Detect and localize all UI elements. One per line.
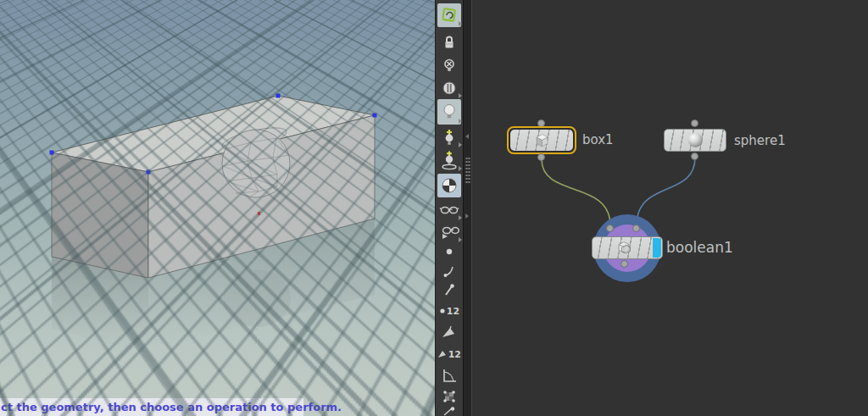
display-options-toolbar: 12 12: [435, 0, 463, 416]
scene-viewport[interactable]: ct the geometry, then choose an operatio…: [0, 0, 435, 416]
lighting-off-icon[interactable]: [437, 54, 461, 76]
hq-lighting-shadows-icon[interactable]: [437, 148, 461, 172]
origin-marker: [258, 212, 260, 215]
splitter-collapse-left-icon[interactable]: [465, 134, 469, 139]
boolean1-display-flag[interactable]: [653, 238, 661, 258]
sync-view-icon[interactable]: [437, 3, 461, 27]
wire-sphere1-to-boolean1[interactable]: [637, 158, 695, 225]
boolean1-input-connector-b[interactable]: [632, 225, 640, 232]
point-normals-icon[interactable]: [437, 262, 461, 280]
vertex-markers-icon[interactable]: [437, 281, 461, 300]
status-message-text: ct the geometry, then choose an operatio…: [0, 401, 342, 413]
sphere1-output-connector[interactable]: [691, 153, 698, 160]
pane-splitter[interactable]: [463, 0, 472, 416]
box1-label: box1: [582, 132, 614, 147]
boolean-geometry-render: [0, 0, 435, 416]
status-message-bar: ct the geometry, then choose an operatio…: [0, 398, 303, 416]
group-overlay-icon[interactable]: [437, 386, 461, 407]
boolean1-label: boolean1: [666, 239, 733, 256]
sphere-bulge: [222, 130, 290, 197]
network-editor[interactable]: box1 sphere1 boolean1: [472, 0, 868, 416]
origin-gnomon-icon[interactable]: [437, 407, 461, 416]
box1-output-connector[interactable]: [537, 153, 545, 161]
houdini-window: ct the geometry, then choose an operatio…: [0, 0, 868, 416]
normal-lighting-icon[interactable]: [437, 99, 461, 125]
boolean1-node[interactable]: [592, 236, 663, 259]
prim-normals-icon[interactable]: [437, 323, 461, 343]
ghost-other-objects-icon[interactable]: [437, 221, 461, 243]
point-numbers-icon[interactable]: 12: [437, 301, 461, 321]
box1-node[interactable]: [507, 126, 576, 154]
lock-camera-icon[interactable]: [437, 31, 461, 53]
boolean1-input-connector-a[interactable]: [606, 225, 614, 232]
boolean1-output-connector[interactable]: [620, 260, 628, 268]
sphere1-label: sphere1: [734, 133, 786, 148]
environment-map-icon[interactable]: [437, 174, 461, 197]
box-icon: [534, 132, 550, 148]
splitter-collapse-right-icon[interactable]: [465, 214, 469, 219]
splitter-grip[interactable]: [465, 157, 470, 184]
sphere-icon: [688, 133, 703, 147]
sphere1-input-connector[interactable]: [691, 119, 698, 127]
sphere1-node[interactable]: [664, 129, 726, 152]
boolean-icon: [615, 240, 633, 256]
curve-hulls-icon[interactable]: [437, 364, 461, 386]
headlight-only-icon[interactable]: [437, 77, 461, 99]
wire-box1-to-boolean1[interactable]: [542, 159, 610, 225]
sphere-reflection: [223, 269, 291, 327]
node-wires: [472, 0, 868, 416]
prim-numbers-icon[interactable]: 12: [437, 344, 461, 364]
high-quality-lighting-icon[interactable]: [437, 126, 461, 148]
box-left-face: [52, 153, 148, 278]
hidden-geometry-icon[interactable]: [437, 199, 461, 221]
point-display-icon[interactable]: [437, 244, 461, 259]
